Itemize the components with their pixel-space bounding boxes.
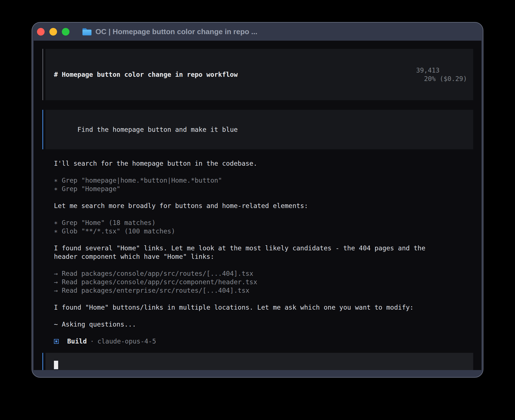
transcript: I'll search for the homepage button in t… <box>54 159 473 337</box>
transcript-line: → Read packages/enterprise/src/routes/[.… <box>54 286 473 295</box>
build-agent-icon-dot <box>55 340 57 342</box>
agent-badge: Build · claude-opus-4-5 <box>54 337 473 345</box>
transcript-line <box>54 261 473 269</box>
badge-separator: · <box>90 337 94 345</box>
user-message: Find the homepage button and make it blu… <box>45 110 473 149</box>
minimize-button[interactable] <box>49 28 57 36</box>
window-bottom-strip <box>32 370 483 377</box>
transcript-line <box>54 312 473 320</box>
context-usage: 20% ($0.29) <box>424 75 467 82</box>
transcript-line <box>54 235 473 244</box>
close-button[interactable] <box>37 28 45 36</box>
user-message-text: Find the homepage button and make it blu… <box>77 126 238 133</box>
transcript-line-text: ∗ Glob "**/*.tsx" (100 matches) <box>54 228 175 235</box>
terminal-window: OC | Homepage button color change in rep… <box>32 22 483 378</box>
transcript-line: I found "Home" buttons/links in multiple… <box>54 303 473 312</box>
transcript-line: ∗ Grep "Homepage" <box>54 185 473 193</box>
session-header: # Homepage button color change in repo w… <box>45 49 473 100</box>
transcript-line: I found several "Home" links. Let me loo… <box>54 244 473 252</box>
transcript-line-text: → Read packages/console/app/src/routes/[… <box>54 270 253 277</box>
transcript-line: ∗ Grep "Home" (18 matches) <box>54 218 473 227</box>
transcript-line <box>54 329 473 337</box>
session-stats: 39,413 20% ($0.29) <box>385 58 467 91</box>
agent-name: Build <box>67 337 87 345</box>
transcript-line: ∗ Glob "**/*.tsx" (100 matches) <box>54 227 473 235</box>
transcript-line-text: ∗ Grep "homepage|home.*button|Home.*butt… <box>54 177 222 184</box>
transcript-line-text: I'll search for the homepage button in t… <box>54 160 257 167</box>
transcript-line-text: ~ Asking questions... <box>54 321 136 328</box>
window-titlebar[interactable]: OC | Homepage button color change in rep… <box>32 23 483 41</box>
window-title: OC | Homepage button color change in rep… <box>95 27 258 36</box>
transcript-line-text: → Read packages/enterprise/src/routes/[.… <box>54 287 249 294</box>
transcript-line <box>54 168 473 176</box>
build-agent-icon <box>54 339 59 344</box>
transcript-line: Let me search more broadly for buttons a… <box>54 202 473 210</box>
transcript-line: → Read packages/console/app/src/componen… <box>54 278 473 286</box>
transcript-line-text: header component which have "Home" links… <box>54 253 214 260</box>
transcript-line: ~ Asking questions... <box>54 320 473 329</box>
zoom-button[interactable] <box>62 28 69 36</box>
transcript-line-text: ∗ Grep "Home" (18 matches) <box>54 219 156 226</box>
transcript-line <box>54 193 473 202</box>
transcript-line-text: Let me search more broadly for buttons a… <box>54 202 308 209</box>
transcript-line: header component which have "Home" links… <box>54 252 473 261</box>
prompt-input[interactable]: Build Claude Opus 4.5 OpenCode Zen <box>45 353 473 370</box>
transcript-line: ∗ Grep "homepage|home.*button|Home.*butt… <box>54 176 473 185</box>
transcript-line: → Read packages/console/app/src/routes/[… <box>54 269 473 278</box>
transcript-line-text: ∗ Grep "Homepage" <box>54 185 120 193</box>
agent-model: claude-opus-4-5 <box>97 337 156 345</box>
text-cursor <box>54 361 58 369</box>
transcript-line <box>54 210 473 218</box>
transcript-line-text: I found several "Home" links. Let me loo… <box>54 244 425 252</box>
transcript-line-text: I found "Home" buttons/links in multiple… <box>54 304 414 311</box>
transcript-line: I'll search for the homepage button in t… <box>54 159 473 168</box>
folder-icon <box>82 28 92 36</box>
transcript-line-text: → Read packages/console/app/src/componen… <box>54 278 257 286</box>
session-title: # Homepage button color change in repo w… <box>54 70 238 79</box>
transcript-line <box>54 295 473 303</box>
terminal-content: # Homepage button color change in repo w… <box>34 41 481 370</box>
token-count: 39,413 <box>416 67 440 74</box>
